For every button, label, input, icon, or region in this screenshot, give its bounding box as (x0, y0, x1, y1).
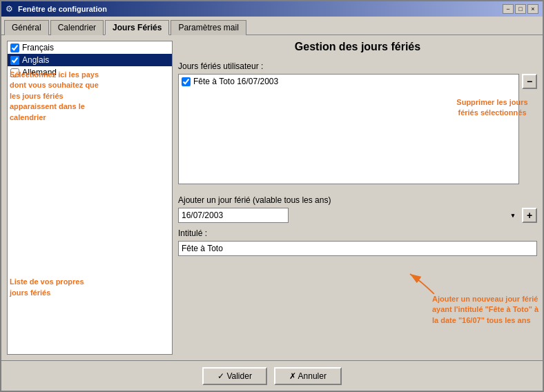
app-icon: ⚙ (6, 4, 15, 14)
minimize-button[interactable]: − (503, 4, 514, 14)
holiday-item[interactable]: Fête à Toto 16/07/2003 (180, 76, 517, 87)
right-panel: Gestion des jours fériés Jours fériés ut… (178, 41, 537, 355)
country-checkbox-francais[interactable] (10, 43, 19, 52)
date-input[interactable] (178, 208, 289, 223)
holiday-entry-text: Fête à Toto 16/07/2003 (193, 77, 278, 86)
add-section: Ajouter un jour férié (valable tous les … (178, 195, 537, 256)
validate-button[interactable]: ✓ Valider (202, 367, 267, 385)
country-label-francais: Français (22, 43, 54, 52)
dropdown-arrow-icon: ▼ (510, 213, 516, 219)
holidays-list: Fête à Toto 16/07/2003 (178, 74, 519, 184)
section-title: Gestion des jours fériés (178, 41, 537, 53)
name-label: Intitulé : (178, 228, 537, 238)
name-input[interactable] (178, 241, 537, 256)
country-checkbox-allemand[interactable] (10, 68, 19, 77)
tabs-bar: Général Calendrier Jours Fériés Paramètr… (1, 17, 543, 35)
window-title: Fenêtre de configuration (18, 5, 107, 13)
date-select-wrapper: ▼ (178, 208, 518, 223)
close-button[interactable]: × (527, 4, 538, 14)
add-holiday-label: Ajouter un jour férié (valable tous les … (178, 195, 537, 205)
title-bar: ⚙ Fenêtre de configuration − □ × (1, 1, 543, 17)
tab-general[interactable]: Général (4, 20, 49, 35)
bottom-bar: ✓ Valider ✗ Annuler (1, 360, 543, 391)
country-label-allemand: Allemand (22, 68, 57, 77)
country-item-allemand[interactable]: Allemand (8, 66, 172, 79)
country-item-francais[interactable]: Français (8, 41, 172, 54)
title-bar-buttons: − □ × (503, 4, 538, 14)
maximize-button[interactable]: □ (515, 4, 526, 14)
country-label-anglais: Anglais (22, 55, 49, 65)
add-holiday-button[interactable]: + (522, 208, 537, 223)
left-panel: Français Anglais Allemand (7, 41, 173, 355)
holidays-list-container: Fête à Toto 16/07/2003 − (178, 74, 537, 184)
country-list: Français Anglais Allemand (8, 41, 172, 354)
main-area: Français Anglais Allemand Gestion des jo… (1, 35, 543, 360)
holidays-list-label: Jours fériés utilisateur : (178, 61, 537, 71)
country-item-anglais[interactable]: Anglais (8, 54, 172, 66)
remove-holiday-button[interactable]: − (522, 74, 537, 89)
tab-calendrier[interactable]: Calendrier (50, 20, 104, 35)
main-window: ⚙ Fenêtre de configuration − □ × Général… (0, 0, 544, 392)
cancel-button[interactable]: ✗ Annuler (274, 367, 342, 385)
holiday-checkbox[interactable] (182, 77, 191, 86)
title-bar-left: ⚙ Fenêtre de configuration (6, 4, 107, 14)
tab-parametres-mail[interactable]: Paramètres mail (171, 20, 246, 35)
add-row: ▼ + (178, 208, 537, 223)
tab-jours-feries[interactable]: Jours Fériés (105, 20, 169, 35)
country-checkbox-anglais[interactable] (10, 56, 19, 65)
